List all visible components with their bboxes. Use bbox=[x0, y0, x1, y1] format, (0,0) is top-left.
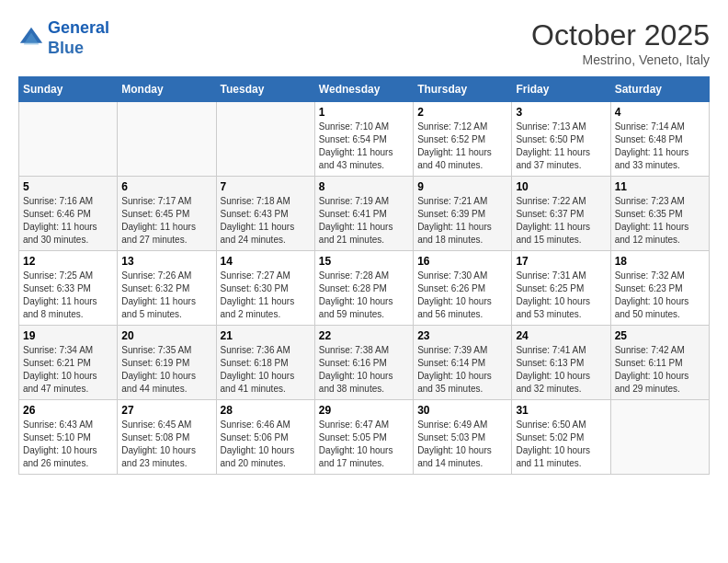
calendar-cell: 10Sunrise: 7:22 AM Sunset: 6:37 PM Dayli… bbox=[512, 177, 610, 251]
calendar-cell: 11Sunrise: 7:23 AM Sunset: 6:35 PM Dayli… bbox=[610, 177, 709, 251]
day-info: Sunrise: 7:17 AM Sunset: 6:45 PM Dayligh… bbox=[121, 195, 211, 247]
day-number: 10 bbox=[516, 180, 606, 193]
day-number: 17 bbox=[516, 255, 606, 268]
day-number: 12 bbox=[23, 255, 113, 268]
day-info: Sunrise: 7:35 AM Sunset: 6:19 PM Dayligh… bbox=[121, 344, 211, 396]
calendar-cell: 23Sunrise: 7:39 AM Sunset: 6:14 PM Dayli… bbox=[414, 326, 512, 400]
calendar-cell: 29Sunrise: 6:47 AM Sunset: 5:05 PM Dayli… bbox=[314, 400, 413, 475]
day-info: Sunrise: 7:39 AM Sunset: 6:14 PM Dayligh… bbox=[417, 344, 507, 396]
calendar-cell: 5Sunrise: 7:16 AM Sunset: 6:46 PM Daylig… bbox=[19, 177, 118, 251]
day-number: 4 bbox=[615, 106, 705, 119]
calendar-cell: 7Sunrise: 7:18 AM Sunset: 6:43 PM Daylig… bbox=[216, 177, 314, 251]
calendar-cell: 1Sunrise: 7:10 AM Sunset: 6:54 PM Daylig… bbox=[314, 102, 413, 177]
day-info: Sunrise: 7:16 AM Sunset: 6:46 PM Dayligh… bbox=[23, 195, 113, 247]
day-number: 5 bbox=[23, 180, 113, 193]
day-info: Sunrise: 7:21 AM Sunset: 6:39 PM Dayligh… bbox=[417, 195, 507, 247]
day-info: Sunrise: 7:12 AM Sunset: 6:52 PM Dayligh… bbox=[417, 121, 507, 172]
calendar-cell: 9Sunrise: 7:21 AM Sunset: 6:39 PM Daylig… bbox=[414, 177, 512, 251]
day-info: Sunrise: 6:49 AM Sunset: 5:03 PM Dayligh… bbox=[417, 419, 507, 470]
calendar-body: 1Sunrise: 7:10 AM Sunset: 6:54 PM Daylig… bbox=[19, 102, 710, 475]
day-info: Sunrise: 7:31 AM Sunset: 6:25 PM Dayligh… bbox=[516, 270, 606, 321]
day-info: Sunrise: 7:34 AM Sunset: 6:21 PM Dayligh… bbox=[23, 344, 113, 396]
day-info: Sunrise: 7:14 AM Sunset: 6:48 PM Dayligh… bbox=[615, 121, 705, 172]
day-info: Sunrise: 6:45 AM Sunset: 5:08 PM Dayligh… bbox=[121, 419, 211, 470]
weekday-header-thursday: Thursday bbox=[414, 77, 512, 102]
day-number: 26 bbox=[23, 404, 113, 417]
day-number: 16 bbox=[417, 255, 507, 268]
day-number: 7 bbox=[221, 180, 311, 193]
calendar-cell: 4Sunrise: 7:14 AM Sunset: 6:48 PM Daylig… bbox=[610, 102, 709, 177]
day-number: 1 bbox=[319, 106, 409, 119]
calendar-week-3: 12Sunrise: 7:25 AM Sunset: 6:33 PM Dayli… bbox=[19, 251, 710, 326]
weekday-header-sunday: Sunday bbox=[19, 77, 118, 102]
calendar-cell: 3Sunrise: 7:13 AM Sunset: 6:50 PM Daylig… bbox=[512, 102, 610, 177]
calendar-cell: 14Sunrise: 7:27 AM Sunset: 6:30 PM Dayli… bbox=[216, 251, 314, 326]
day-number: 20 bbox=[121, 329, 211, 342]
calendar-cell bbox=[118, 102, 216, 177]
day-info: Sunrise: 7:42 AM Sunset: 6:11 PM Dayligh… bbox=[615, 344, 705, 396]
day-info: Sunrise: 7:18 AM Sunset: 6:43 PM Dayligh… bbox=[221, 195, 311, 247]
calendar-cell: 25Sunrise: 7:42 AM Sunset: 6:11 PM Dayli… bbox=[610, 326, 709, 400]
day-info: Sunrise: 7:36 AM Sunset: 6:18 PM Dayligh… bbox=[221, 344, 311, 396]
calendar-week-4: 19Sunrise: 7:34 AM Sunset: 6:21 PM Dayli… bbox=[19, 326, 710, 400]
calendar-cell: 12Sunrise: 7:25 AM Sunset: 6:33 PM Dayli… bbox=[19, 251, 118, 326]
day-info: Sunrise: 7:30 AM Sunset: 6:26 PM Dayligh… bbox=[417, 270, 507, 321]
day-info: Sunrise: 7:13 AM Sunset: 6:50 PM Dayligh… bbox=[516, 121, 606, 172]
calendar-cell: 16Sunrise: 7:30 AM Sunset: 6:26 PM Dayli… bbox=[414, 251, 512, 326]
weekday-header-saturday: Saturday bbox=[610, 77, 709, 102]
day-number: 9 bbox=[417, 180, 507, 193]
day-info: Sunrise: 7:25 AM Sunset: 6:33 PM Dayligh… bbox=[23, 270, 113, 321]
day-info: Sunrise: 7:23 AM Sunset: 6:35 PM Dayligh… bbox=[615, 195, 705, 247]
day-number: 2 bbox=[417, 106, 507, 119]
title-block: October 2025 Mestrino, Veneto, Italy bbox=[531, 18, 710, 67]
logo-text: General Blue bbox=[48, 18, 109, 58]
calendar-cell bbox=[19, 102, 118, 177]
calendar-cell: 26Sunrise: 6:43 AM Sunset: 5:10 PM Dayli… bbox=[19, 400, 118, 475]
day-number: 22 bbox=[319, 329, 409, 342]
calendar-header: SundayMondayTuesdayWednesdayThursdayFrid… bbox=[19, 77, 710, 102]
calendar-cell: 17Sunrise: 7:31 AM Sunset: 6:25 PM Dayli… bbox=[512, 251, 610, 326]
weekday-header-tuesday: Tuesday bbox=[216, 77, 314, 102]
day-info: Sunrise: 7:28 AM Sunset: 6:28 PM Dayligh… bbox=[319, 270, 409, 321]
day-number: 3 bbox=[516, 106, 606, 119]
day-info: Sunrise: 6:50 AM Sunset: 5:02 PM Dayligh… bbox=[516, 419, 606, 470]
day-number: 18 bbox=[615, 255, 705, 268]
calendar-cell: 2Sunrise: 7:12 AM Sunset: 6:52 PM Daylig… bbox=[414, 102, 512, 177]
weekday-header-monday: Monday bbox=[118, 77, 216, 102]
calendar-cell: 19Sunrise: 7:34 AM Sunset: 6:21 PM Dayli… bbox=[19, 326, 118, 400]
calendar-table: SundayMondayTuesdayWednesdayThursdayFrid… bbox=[18, 76, 710, 475]
calendar-cell: 21Sunrise: 7:36 AM Sunset: 6:18 PM Dayli… bbox=[216, 326, 314, 400]
month-title: October 2025 bbox=[531, 18, 710, 52]
weekday-row: SundayMondayTuesdayWednesdayThursdayFrid… bbox=[19, 77, 710, 102]
day-info: Sunrise: 7:22 AM Sunset: 6:37 PM Dayligh… bbox=[516, 195, 606, 247]
day-number: 31 bbox=[516, 404, 606, 417]
calendar-cell: 8Sunrise: 7:19 AM Sunset: 6:41 PM Daylig… bbox=[314, 177, 413, 251]
day-number: 19 bbox=[23, 329, 113, 342]
calendar-cell bbox=[610, 400, 709, 475]
calendar-week-1: 1Sunrise: 7:10 AM Sunset: 6:54 PM Daylig… bbox=[19, 102, 710, 177]
location-subtitle: Mestrino, Veneto, Italy bbox=[531, 52, 710, 67]
day-info: Sunrise: 7:26 AM Sunset: 6:32 PM Dayligh… bbox=[121, 270, 211, 321]
day-number: 23 bbox=[417, 329, 507, 342]
day-info: Sunrise: 7:32 AM Sunset: 6:23 PM Dayligh… bbox=[615, 270, 705, 321]
logo: General Blue bbox=[18, 18, 109, 58]
day-info: Sunrise: 6:43 AM Sunset: 5:10 PM Dayligh… bbox=[23, 419, 113, 470]
day-number: 11 bbox=[615, 180, 705, 193]
calendar-week-2: 5Sunrise: 7:16 AM Sunset: 6:46 PM Daylig… bbox=[19, 177, 710, 251]
day-number: 29 bbox=[319, 404, 409, 417]
page-header: General Blue October 2025 Mestrino, Vene… bbox=[18, 18, 710, 67]
calendar-cell: 18Sunrise: 7:32 AM Sunset: 6:23 PM Dayli… bbox=[610, 251, 709, 326]
day-number: 6 bbox=[121, 180, 211, 193]
day-number: 30 bbox=[417, 404, 507, 417]
day-number: 21 bbox=[221, 329, 311, 342]
weekday-header-wednesday: Wednesday bbox=[314, 77, 413, 102]
day-number: 14 bbox=[221, 255, 311, 268]
logo-icon bbox=[18, 26, 44, 52]
day-number: 27 bbox=[121, 404, 211, 417]
day-info: Sunrise: 7:38 AM Sunset: 6:16 PM Dayligh… bbox=[319, 344, 409, 396]
logo-line1: General bbox=[48, 18, 109, 37]
day-info: Sunrise: 7:41 AM Sunset: 6:13 PM Dayligh… bbox=[516, 344, 606, 396]
day-number: 15 bbox=[319, 255, 409, 268]
calendar-cell: 27Sunrise: 6:45 AM Sunset: 5:08 PM Dayli… bbox=[118, 400, 216, 475]
logo-line2: Blue bbox=[48, 39, 84, 57]
